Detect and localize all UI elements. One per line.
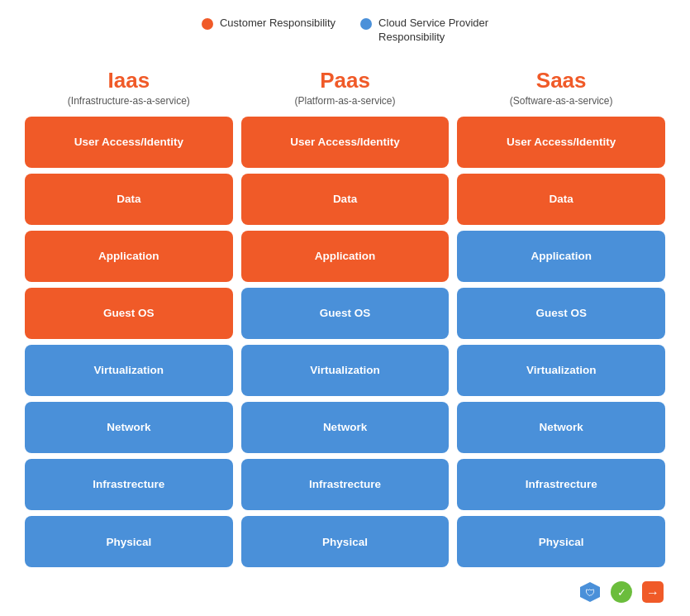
cell-iaas-7: Physical [25, 516, 233, 567]
legend-item-customer: Customer Responsibility [202, 17, 335, 45]
logo-icon-0: 🛡 [578, 580, 602, 608]
cell-iaas-4: Virtualization [25, 345, 233, 396]
col-header-paas: Paas(Platform-as-a-service) [241, 68, 450, 107]
cell-saas-1: Data [457, 174, 665, 225]
cell-saas-6: Infrastrecture [457, 459, 665, 510]
footer-logos: 🛡✓→ [578, 580, 665, 608]
col-header-iaas: Iaas(Infrastructure-as-a-service) [25, 68, 233, 107]
col-header-saas: Saas(Software-as-a-service) [457, 68, 665, 107]
col-subtitle-paas: (Platform-as-a-service) [241, 95, 450, 107]
legend-dot-customer [202, 18, 213, 30]
col-title-iaas: Iaas [25, 68, 233, 93]
cell-saas-5: Network [457, 402, 665, 453]
cell-paas-3: Guest OS [241, 288, 450, 339]
col-subtitle-saas: (Software-as-a-service) [457, 95, 665, 107]
legend: Customer ResponsibilityCloud Service Pro… [202, 17, 488, 45]
cell-iaas-5: Network [25, 402, 233, 453]
cell-saas-7: Physical [457, 516, 665, 567]
cell-iaas-1: Data [25, 174, 233, 225]
cell-paas-7: Physical [241, 516, 450, 567]
cell-paas-4: Virtualization [241, 345, 450, 396]
svg-text:✓: ✓ [617, 586, 626, 599]
cell-iaas-0: User Access/Identity [25, 117, 233, 168]
svg-text:🛡: 🛡 [585, 587, 595, 599]
cell-paas-6: Infrastrecture [241, 459, 450, 510]
cell-saas-2: Application [457, 231, 665, 282]
cell-iaas-2: Application [25, 231, 233, 282]
legend-dot-provider [360, 18, 372, 30]
legend-item-provider: Cloud Service Provider Responsibility [360, 17, 488, 45]
cell-paas-1: Data [241, 174, 450, 225]
legend-label-provider: Cloud Service Provider Responsibility [378, 17, 488, 45]
logo-icon-2: → [640, 580, 665, 608]
cell-saas-4: Virtualization [457, 345, 665, 396]
col-subtitle-iaas: (Infrastructure-as-a-service) [25, 95, 233, 107]
cell-iaas-6: Infrastrecture [25, 459, 233, 510]
svg-text:→: → [646, 585, 659, 599]
logo-icon-1: ✓ [609, 580, 634, 608]
column-iaas: Iaas(Infrastructure-as-a-service)User Ac… [25, 68, 233, 573]
main-table: Iaas(Infrastructure-as-a-service)User Ac… [25, 68, 665, 573]
legend-label-customer: Customer Responsibility [220, 17, 335, 31]
cell-paas-0: User Access/Identity [241, 117, 450, 168]
cell-paas-5: Network [241, 402, 450, 453]
cell-saas-0: User Access/Identity [457, 117, 665, 168]
cell-saas-3: Guest OS [457, 288, 665, 339]
column-saas: Saas(Software-as-a-service)User Access/I… [457, 68, 665, 573]
cell-iaas-3: Guest OS [25, 288, 233, 339]
col-title-paas: Paas [241, 68, 450, 93]
cell-paas-2: Application [241, 231, 450, 282]
column-paas: Paas(Platform-as-a-service)User Access/I… [241, 68, 450, 573]
col-title-saas: Saas [457, 68, 665, 93]
